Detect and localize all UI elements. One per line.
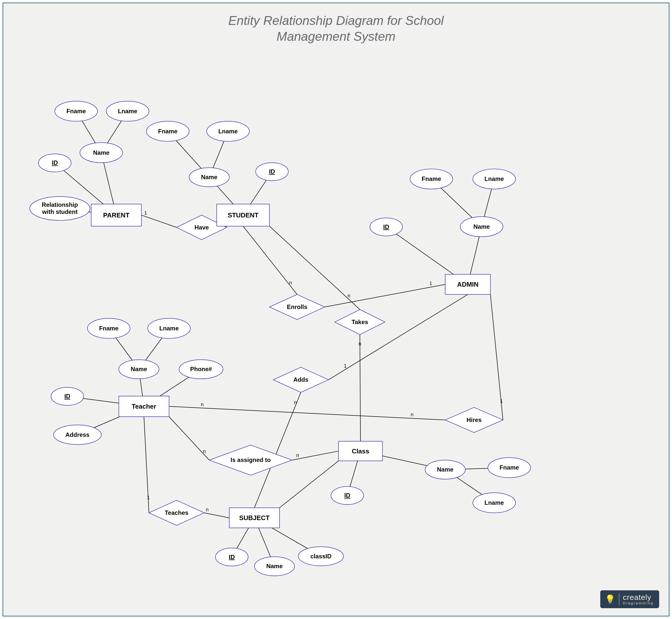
attribute-admin_fname-label: Fname xyxy=(421,176,441,182)
attribute-student_lname-label: Lname xyxy=(218,128,238,135)
relationship-adds xyxy=(273,367,328,392)
attribute-admin_id xyxy=(370,218,403,236)
entity-subject xyxy=(229,508,280,528)
attribute-student_lname xyxy=(207,121,250,141)
svg-line-11 xyxy=(468,227,482,284)
attribute-teacher_id xyxy=(51,387,84,405)
attribute-admin_lname xyxy=(473,169,516,189)
svg-line-7 xyxy=(209,177,243,215)
attribute-parent_id-label: ID xyxy=(52,159,58,166)
watermark-brand: creately xyxy=(623,593,654,601)
attribute-parent_fname xyxy=(55,101,98,121)
svg-line-6 xyxy=(209,131,228,178)
svg-text:n: n xyxy=(296,453,299,458)
attribute-student_id xyxy=(256,162,288,181)
relationship-assigned-label: Is assigned to xyxy=(230,457,271,464)
attribute-class_id-label: ID xyxy=(344,492,350,499)
svg-line-18 xyxy=(77,406,144,435)
entity-student-label: STUDENT xyxy=(228,212,259,219)
svg-line-2 xyxy=(101,153,116,215)
svg-line-14 xyxy=(139,328,169,369)
attribute-teacher_name-label: Name xyxy=(131,366,147,372)
diagram-frame: Entity Relationship Diagram for School M… xyxy=(3,3,669,616)
attribute-admin_name-label: Name xyxy=(473,223,490,230)
entity-parent xyxy=(91,204,141,226)
svg-text:1: 1 xyxy=(344,363,347,369)
svg-line-9 xyxy=(431,179,482,227)
watermark: 💡 creately Diagramming xyxy=(600,590,659,608)
svg-text:n: n xyxy=(201,402,204,407)
attribute-teacher_phone xyxy=(179,360,223,379)
svg-text:1: 1 xyxy=(429,281,432,286)
entity-teacher-label: Teacher xyxy=(132,403,156,410)
attribute-class_name-label: Name xyxy=(437,466,453,473)
svg-line-31 xyxy=(360,335,360,441)
svg-text:n: n xyxy=(216,210,219,216)
relationship-have-label: Have xyxy=(195,224,209,231)
attribute-student_id-label: ID xyxy=(269,168,275,175)
svg-line-38 xyxy=(144,417,149,513)
relationship-teaches xyxy=(149,500,204,526)
svg-line-22 xyxy=(445,470,494,503)
attribute-parent_lname-label: Lname xyxy=(118,108,137,115)
svg-line-32 xyxy=(328,294,468,380)
edge-layer xyxy=(55,111,510,566)
svg-line-17 xyxy=(67,396,144,406)
relationship-takes xyxy=(335,310,385,335)
relationship-hires-label: Hires xyxy=(467,416,482,423)
svg-line-39 xyxy=(204,513,229,518)
svg-line-5 xyxy=(168,131,209,178)
svg-line-34 xyxy=(490,294,503,420)
svg-text:n: n xyxy=(289,280,292,285)
attribute-class_id xyxy=(331,486,364,504)
attribute-class_lname-label: Lname xyxy=(484,499,504,506)
relationship-assigned xyxy=(209,445,292,475)
relationship-enrolls-label: Enrolls xyxy=(287,303,307,310)
attribute-parent_rel xyxy=(30,197,90,220)
attribute-subject_id-label: ID xyxy=(229,554,235,560)
relationship-adds-label: Adds xyxy=(293,376,308,383)
svg-text:n: n xyxy=(206,507,209,512)
attribute-teacher_addr xyxy=(54,425,102,444)
entity-teacher xyxy=(119,396,169,417)
svg-line-21 xyxy=(445,468,509,470)
attribute-class_name xyxy=(425,460,465,479)
attribute-subject_id xyxy=(215,548,248,566)
relationship-takes-label: Takes xyxy=(352,319,368,325)
relationship-hires xyxy=(445,407,503,432)
svg-line-19 xyxy=(360,451,445,470)
svg-line-33 xyxy=(255,392,301,508)
entity-admin-label: ADMIN xyxy=(457,281,478,288)
attribute-parent_name-label: Name xyxy=(93,149,110,156)
attribute-admin_lname-label: Lname xyxy=(484,176,504,182)
attribute-teacher_addr-label: Address xyxy=(65,431,89,438)
attribute-subject_name xyxy=(255,557,295,576)
attribute-teacher_fname-label: Fname xyxy=(99,325,119,332)
attribute-teacher_name xyxy=(119,360,159,379)
svg-line-37 xyxy=(292,451,339,460)
entity-class xyxy=(339,441,383,461)
entity-class-label: Class xyxy=(352,448,369,455)
svg-text:n: n xyxy=(203,449,206,454)
svg-line-27 xyxy=(217,215,227,227)
svg-text:1: 1 xyxy=(147,495,150,500)
attribute-admin_name xyxy=(460,217,503,237)
bulb-icon: 💡 xyxy=(605,593,619,605)
attribute-student_name-label: Name xyxy=(201,174,217,181)
er-canvas: 1nn1nn1n1nnnn1nFnameLnameNameIDRelations… xyxy=(3,3,669,616)
svg-line-26 xyxy=(141,215,177,227)
svg-line-4 xyxy=(60,208,116,215)
svg-line-16 xyxy=(144,369,201,406)
attribute-parent_lname xyxy=(106,101,149,121)
svg-line-29 xyxy=(325,284,445,307)
svg-line-13 xyxy=(109,328,139,369)
svg-line-23 xyxy=(232,518,255,557)
entity-admin xyxy=(445,274,490,294)
svg-line-1 xyxy=(101,111,128,153)
attribute-parent_name xyxy=(80,143,123,163)
svg-text:1: 1 xyxy=(500,398,503,404)
relationship-have xyxy=(177,215,227,240)
attribute-student_fname xyxy=(146,121,189,141)
shape-layer: FnameLnameNameIDRelationshipwith student… xyxy=(30,101,531,576)
watermark-tag: Diagramming xyxy=(623,601,654,605)
